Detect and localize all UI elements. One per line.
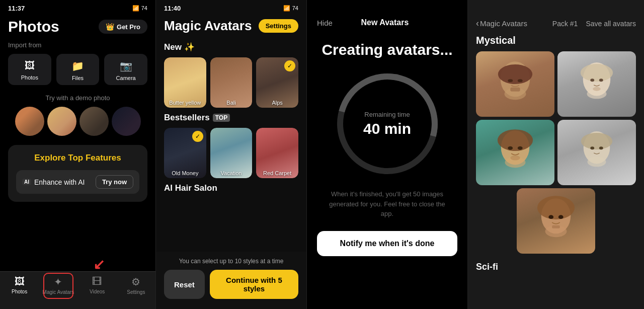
thumb-vacation-label: Vacation (210, 170, 253, 176)
demo-avatar-3[interactable] (79, 107, 109, 136)
import-camera-label: Camera (116, 75, 136, 81)
mystical-title: Mystical (468, 33, 644, 51)
nav-item-photos[interactable]: 🖼 Photos (0, 276, 39, 294)
screen-magic-avatars: 11:40 📶 74 Magic Avatars Settings New ✨ … (156, 0, 307, 309)
battery-icon-2: 74 (292, 5, 298, 11)
crown-icon: 👑 (106, 23, 114, 31)
bestsellers-label: Bestsellers TOP (156, 111, 306, 128)
creating-top-bar: Hide New Avatars (307, 14, 467, 31)
thumb-butter[interactable]: Butter yellow (164, 57, 206, 108)
remaining-label: Remaining time (363, 111, 411, 118)
svg-point-1 (498, 64, 532, 84)
avatar-cell-4[interactable] (557, 120, 636, 185)
explore-left: AI Enhance with AI (22, 178, 85, 186)
pack-nav-links: Pack #1 Save all avatars (552, 20, 636, 28)
thumb-bali[interactable]: Bali (210, 57, 253, 108)
magic-header: Magic Avatars Settings (156, 14, 306, 40)
avatar-cell-1[interactable] (476, 51, 554, 117)
try-now-button[interactable]: Try now (96, 175, 133, 189)
avatar-cell-2[interactable] (557, 51, 636, 117)
avatar-face-1 (476, 51, 554, 117)
svg-point-24 (537, 196, 575, 219)
nav-item-settings[interactable]: ⚙ Settings (117, 276, 155, 295)
svg-point-22 (599, 146, 603, 149)
explore-title: Explore Top Features (16, 153, 139, 163)
thumb-red-carpet-label: Red Carpet (256, 170, 298, 176)
nav-item-videos[interactable]: 🎞 Videos (78, 276, 117, 294)
status-icons-2: 📶 74 (283, 5, 298, 12)
demo-avatar-4[interactable] (112, 107, 141, 136)
status-icons-1: 📶 74 (132, 5, 147, 12)
reset-button[interactable]: Reset (164, 270, 205, 299)
magic-title: Magic Avatars (164, 18, 252, 34)
hide-button[interactable]: Hide (317, 19, 333, 27)
top-badge: TOP (213, 114, 230, 122)
mystical-grid (468, 51, 644, 185)
screen-mystical: ‹ Magic Avatars Pack #1 Save all avatars… (468, 0, 644, 309)
svg-point-4 (518, 79, 523, 82)
svg-point-19 (581, 133, 612, 149)
demo-avatar-2[interactable] (47, 107, 76, 136)
svg-point-17 (510, 156, 520, 161)
svg-point-27 (558, 215, 564, 219)
svg-point-21 (590, 146, 594, 149)
save-all-link[interactable]: Save all avatars (586, 20, 636, 28)
import-files[interactable]: 📁 Files (56, 54, 100, 85)
svg-point-16 (518, 146, 523, 150)
get-pro-button[interactable]: 👑 Get Pro (99, 20, 147, 34)
svg-point-26 (548, 215, 553, 219)
time-value: 40 min (363, 120, 411, 137)
svg-rect-28 (552, 225, 560, 228)
import-photos-label: Photos (21, 74, 38, 81)
explore-row: AI Enhance with AI Try now (16, 170, 139, 194)
thumb-alps[interactable]: ✓ Alps (256, 57, 298, 108)
bestsellers-text: Bestsellers (164, 113, 210, 123)
info-text: When it's finished, you'll get 50 images… (317, 189, 457, 219)
back-button[interactable]: ‹ Magic Avatars (476, 18, 527, 29)
status-bar-2: 11:40 📶 74 (156, 0, 306, 14)
avatar-face-2 (557, 51, 636, 117)
import-camera[interactable]: 📷 Camera (104, 54, 147, 85)
old-money-check: ✓ (192, 131, 203, 142)
avatar-face-5 (517, 188, 595, 254)
settings-button[interactable]: Settings (259, 19, 298, 33)
creating-nav-title: New Avatars (361, 18, 409, 27)
svg-point-20 (587, 157, 606, 167)
svg-rect-5 (510, 88, 520, 92)
photos-nav-label: Photos (12, 289, 27, 294)
explore-box: Explore Top Features AI Enhance with AI … (8, 145, 147, 202)
enhance-label: Enhance with AI (34, 178, 85, 186)
thumb-vacation[interactable]: Vacation (210, 128, 253, 178)
wifi-icon-2: 📶 (283, 5, 290, 12)
creating-main: Creating avatars... Remaining time 40 mi… (307, 31, 467, 266)
import-files-label: Files (72, 75, 84, 81)
avatar-face-3 (476, 120, 554, 185)
bestsellers-grid: ✓ Old Money Vacation Red Carpet (156, 128, 306, 181)
avatar-row-5 (468, 185, 644, 257)
svg-point-11 (593, 87, 601, 91)
back-label: Magic Avatars (480, 19, 527, 28)
red-arrow: ↙ (93, 256, 105, 273)
pack-label: Pack #1 (552, 20, 578, 28)
page-title: Photos (8, 18, 59, 35)
magic-border (43, 273, 73, 299)
files-icon: 📁 (71, 60, 84, 72)
thumb-red-carpet[interactable]: Red Carpet (256, 128, 298, 178)
avatar-cell-5[interactable] (517, 188, 595, 254)
alps-check: ✓ (284, 60, 295, 71)
continue-button[interactable]: Continue with 5 styles (210, 270, 298, 299)
settings-nav-label: Settings (127, 289, 145, 295)
thumb-old-money[interactable]: ✓ Old Money (164, 128, 206, 178)
import-photos[interactable]: 🖼 Photos (8, 54, 51, 85)
demo-avatar-1[interactable] (15, 107, 44, 136)
import-grid: 🖼 Photos 📁 Files 📷 Camera (0, 54, 155, 94)
actions-row: Reset Continue with 5 styles (164, 270, 298, 299)
status-time-1: 11:37 (8, 5, 25, 12)
avatar-cell-3[interactable] (476, 120, 554, 185)
back-arrow-icon: ‹ (476, 18, 479, 29)
nav-item-magic[interactable]: ✦ Magic Avatars (39, 276, 77, 295)
status-bar-1: 11:37 📶 74 (0, 0, 155, 14)
notify-button[interactable]: Notify me when it's done (317, 231, 457, 256)
status-time-2: 11:40 (164, 5, 181, 12)
status-bar-4 (468, 0, 644, 14)
